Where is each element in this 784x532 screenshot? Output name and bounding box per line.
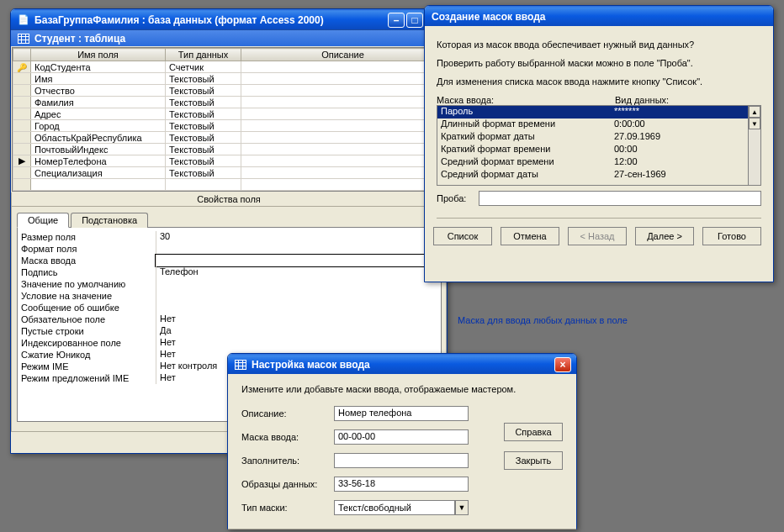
field-row[interactable]: ОбластьКрайРеспубликаТекстовый (13, 132, 445, 144)
prop-row[interactable]: ПодписьТелефон (21, 266, 437, 278)
mask-list-scrollbar[interactable]: ▲ ▼ (748, 105, 761, 186)
prop-row[interactable]: Значение по умолчанию (21, 278, 437, 290)
mask-list-item[interactable]: Краткий формат даты27.09.1969 (437, 131, 748, 144)
col-type-header[interactable]: Тип данных (166, 49, 241, 61)
field-row[interactable]: 🔑КодСтудентаСчетчик (13, 61, 445, 73)
maximize-button[interactable]: □ (406, 13, 423, 28)
edit-mask-titlebar[interactable]: Настройка масок ввода × (228, 354, 576, 374)
field-type-cell[interactable]: Счетчик (166, 61, 241, 73)
cancel-button[interactable]: Отмена (501, 227, 559, 245)
field-type-cell[interactable]: Текстовый (166, 85, 241, 97)
field-name-cell[interactable]: Отчество (31, 85, 166, 97)
mask-list-item[interactable]: Средний формат времени12:00 (437, 156, 748, 169)
close-button[interactable]: × (554, 357, 571, 372)
row-selector[interactable] (13, 120, 31, 132)
prop-row[interactable]: Пустые строкиДа (21, 325, 437, 337)
field-desc-cell[interactable] (241, 167, 445, 179)
row-selector[interactable] (13, 144, 31, 155)
mask-list-item[interactable]: Пароль******* (437, 106, 748, 119)
col-desc-header[interactable]: Описание (241, 49, 445, 61)
prop-row[interactable]: Формат поля (21, 243, 437, 255)
close-dialog-button[interactable]: Закрыть (504, 451, 563, 470)
field-type-cell[interactable]: Текстовый (166, 120, 241, 132)
scroll-down-icon[interactable]: ▼ (749, 118, 760, 129)
prop-row[interactable]: Маска ввода… (21, 255, 437, 266)
db-window-titlebar[interactable]: 📄 БазаГруппаФамилия : база данных (форма… (11, 9, 447, 29)
next-button[interactable]: Далее > (635, 227, 694, 245)
prop-value-cell[interactable]: 30 (156, 231, 437, 243)
row-selector[interactable] (13, 73, 31, 85)
prop-value-cell[interactable]: Телефон (156, 266, 437, 278)
field-desc-cell[interactable] (241, 97, 445, 108)
field-name-cell[interactable]: Фамилия (31, 97, 166, 108)
mask-list-item[interactable]: Краткий формат времени00:00 (437, 144, 748, 156)
field-row[interactable]: ▶НомерТелефонаТекстовый (13, 155, 445, 167)
row-selector[interactable]: ▶ (13, 155, 31, 167)
prop-value-cell[interactable]: Нет (156, 337, 437, 349)
tab-lookup[interactable]: Подстановка (71, 213, 148, 228)
field-desc-cell[interactable] (241, 132, 445, 144)
fill-input[interactable] (334, 453, 469, 468)
field-type-cell[interactable]: Текстовый (166, 132, 241, 144)
mask-list[interactable]: Пароль*******Длинный формат времени0:00:… (437, 106, 748, 185)
field-type-cell[interactable]: Текстовый (166, 167, 241, 179)
tab-general[interactable]: Общие (17, 213, 69, 228)
field-desc-cell[interactable] (241, 73, 445, 85)
field-type-cell[interactable]: Текстовый (166, 144, 241, 155)
prop-row[interactable]: Обязательное полеНет (21, 313, 437, 325)
row-selector-header[interactable] (13, 49, 31, 61)
prop-row[interactable]: Сообщение об ошибке (21, 302, 437, 313)
field-name-cell[interactable]: НомерТелефона (31, 155, 166, 167)
mask-list-item[interactable]: Средний формат даты27-сен-1969 (437, 169, 748, 182)
field-type-cell[interactable]: Текстовый (166, 97, 241, 108)
row-selector[interactable] (13, 97, 31, 108)
field-type-cell[interactable]: Текстовый (166, 155, 241, 167)
field-desc-cell[interactable] (241, 85, 445, 97)
desc-input[interactable]: Номер телефона (334, 406, 469, 421)
field-row[interactable]: ПочтовыйИндексТекстовый (13, 144, 445, 155)
prop-value-cell[interactable] (156, 255, 424, 266)
prop-row[interactable]: Условие на значение (21, 290, 437, 302)
finish-button[interactable]: Готово (702, 227, 761, 245)
sample-input[interactable]: 33-56-18 (334, 477, 469, 492)
field-desc-cell[interactable] (241, 120, 445, 132)
row-selector[interactable] (13, 167, 31, 179)
field-name-cell[interactable]: Адрес (31, 108, 166, 120)
field-type-cell[interactable]: Текстовый (166, 73, 241, 85)
help-button[interactable]: Справка (504, 423, 563, 441)
prop-value-cell[interactable]: Нет (156, 313, 437, 325)
field-type-cell[interactable]: Текстовый (166, 108, 241, 120)
list-button[interactable]: Список (433, 227, 492, 245)
dropdown-arrow-icon[interactable]: ▼ (455, 500, 469, 515)
prop-row[interactable]: Размер поля30 (21, 231, 437, 243)
field-desc-cell[interactable] (241, 61, 445, 73)
field-row[interactable]: ОтчествоТекстовый (13, 85, 445, 97)
mask-input[interactable]: 00-00-00 (334, 429, 469, 445)
wizard-titlebar[interactable]: Создание масок ввода (425, 6, 773, 26)
prop-row[interactable]: Индексированное полеНет (21, 337, 437, 349)
field-name-cell[interactable]: Имя (31, 73, 166, 85)
prop-value-cell[interactable]: Да (156, 325, 437, 337)
try-input[interactable] (479, 191, 761, 206)
type-dropdown[interactable]: Текст/свободный (334, 500, 455, 515)
prop-value-cell[interactable] (156, 243, 437, 255)
prop-value-cell[interactable] (156, 278, 437, 290)
field-design-grid[interactable]: Имя поля Тип данных Описание 🔑КодСтудент… (13, 48, 445, 191)
mask-list-item[interactable]: Длинный формат времени0:00:00 (437, 119, 748, 131)
field-row[interactable]: ИмяТекстовый (13, 73, 445, 85)
minimize-button[interactable]: – (388, 13, 405, 28)
field-name-cell[interactable]: Специализация (31, 167, 166, 179)
row-selector[interactable] (13, 108, 31, 120)
field-name-cell[interactable]: Город (31, 120, 166, 132)
field-row[interactable]: СпециализацияТекстовый (13, 167, 445, 179)
prop-value-cell[interactable] (156, 290, 437, 302)
field-row[interactable]: ФамилияТекстовый (13, 97, 445, 108)
field-row[interactable]: ГородТекстовый (13, 120, 445, 132)
row-selector[interactable] (13, 85, 31, 97)
row-selector[interactable] (13, 132, 31, 144)
field-name-cell[interactable]: ПочтовыйИндекс (31, 144, 166, 155)
field-name-cell[interactable]: ОбластьКрайРеспублика (31, 132, 166, 144)
field-row[interactable]: АдресТекстовый (13, 108, 445, 120)
field-desc-cell[interactable] (241, 108, 445, 120)
row-selector[interactable]: 🔑 (13, 61, 31, 73)
